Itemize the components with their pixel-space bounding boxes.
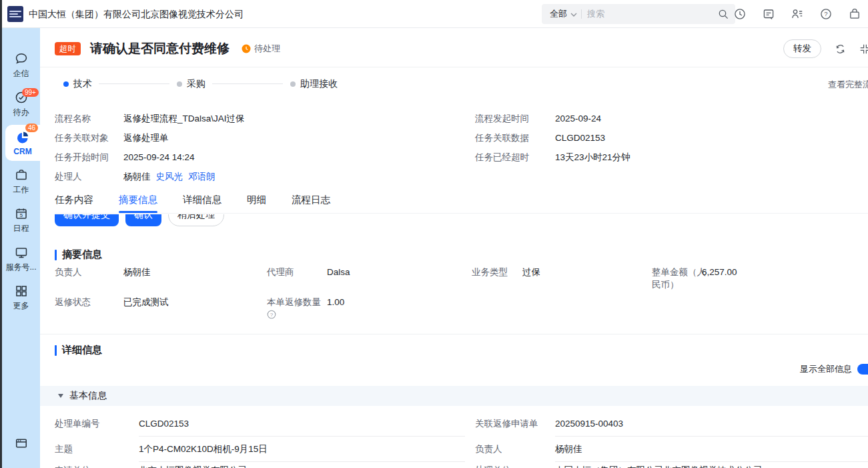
task-info-right: 流程发起时间2025-09-24 任务关联数据CLGD02153 任务已经超时1… — [475, 112, 630, 170]
view-full-flow-link[interactable]: 查看完整流程 — [828, 79, 868, 91]
field-label: 处理单位 — [475, 465, 511, 468]
step-label: 助理接收 — [300, 78, 338, 90]
section-accent-bar — [55, 345, 57, 356]
divider — [40, 67, 868, 67]
task-info-left: 流程名称返修处理流程_TDalsa\JAI过保 任务关联对象返修处理单 任务开始… — [55, 112, 245, 190]
action-buttons-clipped: 确认并提交 确认 稍后处理 — [55, 214, 868, 227]
field-label: 负责人 — [55, 266, 82, 278]
step-dot — [290, 81, 296, 87]
history-icon[interactable] — [733, 7, 747, 21]
sidebar: 企信 99+ 待办 46 CRM 工作 5 日程 服务号... — [2, 28, 40, 468]
company-link[interactable]: 中国大恒（集团）有限公司北京图像视觉技术分公司 — [555, 465, 763, 468]
show-all-toggle[interactable] — [857, 364, 868, 375]
summary-row: 返修状态 已完成测试 本单返修数量 ? 1.00 — [40, 296, 868, 325]
confirm-submit-button[interactable]: 确认并提交 — [55, 214, 119, 226]
search-icon[interactable] — [718, 9, 729, 19]
sidebar-item-crm[interactable]: 46 CRM — [5, 125, 40, 161]
step-connector — [212, 83, 283, 84]
sidebar-item-qixin[interactable]: 企信 — [2, 51, 40, 80]
field-value: 返修处理流程_TDalsa\JAI过保 — [123, 112, 245, 126]
field-value: 6,257.00 — [702, 266, 737, 278]
detail-section-header: 详细信息 — [55, 344, 102, 357]
sidebar-item-label: CRM — [13, 147, 31, 156]
handler-link[interactable]: 邓语朗 — [188, 172, 215, 182]
sidebar-item-label: 待办 — [13, 107, 29, 118]
field-value: 1个P4-CM02K10D相机-9月15日 — [139, 443, 268, 455]
tab-detail[interactable]: 详细信息 — [183, 194, 222, 213]
page-title: 请确认是否同意付费维修 — [90, 40, 230, 57]
sidebar-item-calendar[interactable]: 5 日程 — [2, 206, 40, 235]
related-request-link[interactable]: 20250915-00403 — [555, 418, 623, 430]
sidebar-item-label: 更多 — [13, 300, 29, 312]
badge-count: 99+ — [22, 88, 39, 97]
table-row: 主题 1个P4-CM02K10D相机-9月15日 负责人 杨朝佳 — [40, 437, 868, 462]
field-value: 2025-09-24 14:24 — [123, 151, 195, 164]
tab-lines[interactable]: 明细 — [247, 194, 266, 213]
workflow-steps: 技术 采购 助理接收 查看完整流程 — [55, 75, 868, 93]
topbar: 中国大恒（集团）有限公司北京图像视觉技术分公司 全部 搜索 ? — [2, 0, 868, 28]
contacts-icon[interactable] — [791, 7, 804, 21]
tab-task-content[interactable]: 任务内容 — [55, 194, 93, 213]
field-label: 关联返修申请单 — [475, 418, 538, 430]
field-label: 处理人 — [55, 170, 123, 184]
basic-info-group-header[interactable]: 基本信息 — [40, 386, 868, 406]
show-all-info-control: 显示全部信息 — [800, 363, 868, 375]
detail-tabs: 任务内容 摘要信息 详细信息 明细 流程日志 — [55, 194, 868, 214]
step-label: 技术 — [73, 78, 92, 90]
search-scope-selector[interactable]: 全部 — [550, 8, 567, 20]
field-value: CLGD02153 — [139, 418, 189, 430]
sidebar-item-label: 日程 — [13, 223, 29, 234]
refresh-icon[interactable] — [835, 43, 846, 55]
group-title: 基本信息 — [69, 390, 107, 402]
field-value: 杨朝佳 — [555, 443, 582, 455]
sidebar-item-label: 工作 — [13, 184, 29, 196]
collapse-icon[interactable] — [859, 43, 868, 55]
pending-clock-icon — [242, 44, 251, 53]
sidebar-item-label: 企信 — [13, 68, 29, 79]
show-all-label: 显示全部信息 — [800, 363, 852, 375]
field-label: 主题 — [55, 443, 73, 455]
topbar-icon-group: ? — [733, 0, 861, 28]
sidebar-item-service[interactable]: 服务号... — [2, 244, 40, 274]
pie-chart-icon — [15, 130, 30, 145]
field-value: 13天23小时21分钟 — [555, 151, 630, 164]
forward-button[interactable]: 转发 — [783, 39, 821, 58]
help-icon[interactable]: ? — [819, 7, 833, 21]
field-value: 杨朝佳史风光邓语朗 — [123, 170, 215, 184]
handle-later-button[interactable]: 稍后处理 — [168, 214, 224, 226]
tab-flow-log[interactable]: 流程日志 — [292, 194, 330, 213]
company-link[interactable]: 北京大恒图像视觉有限公司 — [139, 465, 247, 468]
field-label: 本单返修数量 — [267, 296, 321, 308]
section-title: 摘要信息 — [62, 248, 102, 261]
sidebar-item-more[interactable]: 更多 — [2, 283, 40, 312]
sidebar-item-label: 服务号... — [5, 262, 36, 273]
field-value: 1.00 — [327, 296, 344, 308]
chevron-down-icon — [570, 13, 577, 17]
badge-count: 46 — [25, 124, 38, 132]
monitor-icon — [14, 245, 29, 260]
window-panel-icon[interactable] — [2, 436, 40, 451]
field-label: 申请单位 — [55, 465, 91, 468]
field-label: 任务开始时间 — [55, 151, 123, 164]
field-value: 过保 — [522, 266, 540, 278]
chat-bubble-icon — [14, 51, 29, 66]
status-text: 待处理 — [254, 43, 280, 55]
search-input[interactable]: 搜索 — [587, 8, 718, 20]
related-data-link[interactable]: CLGD02153 — [555, 132, 605, 145]
step-dot — [177, 81, 182, 87]
svg-text:?: ? — [270, 312, 274, 318]
appbag-icon[interactable] — [848, 7, 861, 21]
workbench-icon[interactable] — [762, 7, 775, 21]
summary-row: 负责人 杨朝佳 代理商 Dalsa 业务类型 过保 整单金额（人民币） 6,25… — [40, 266, 868, 295]
status-badge: 待处理 — [242, 43, 280, 55]
search-box[interactable]: 全部 搜索 — [542, 4, 735, 24]
step-connector — [99, 83, 169, 84]
field-label: 处理单编号 — [55, 418, 100, 430]
sidebar-item-work[interactable]: 工作 — [2, 167, 40, 196]
tab-summary[interactable]: 摘要信息 — [119, 194, 157, 213]
question-circle-icon[interactable]: ? — [267, 310, 276, 319]
field-label: 业务类型 — [472, 266, 508, 278]
handler-link[interactable]: 史风光 — [156, 172, 183, 182]
confirm-button[interactable]: 确认 — [125, 214, 161, 226]
sidebar-item-todo[interactable]: 99+ 待办 — [2, 89, 40, 119]
